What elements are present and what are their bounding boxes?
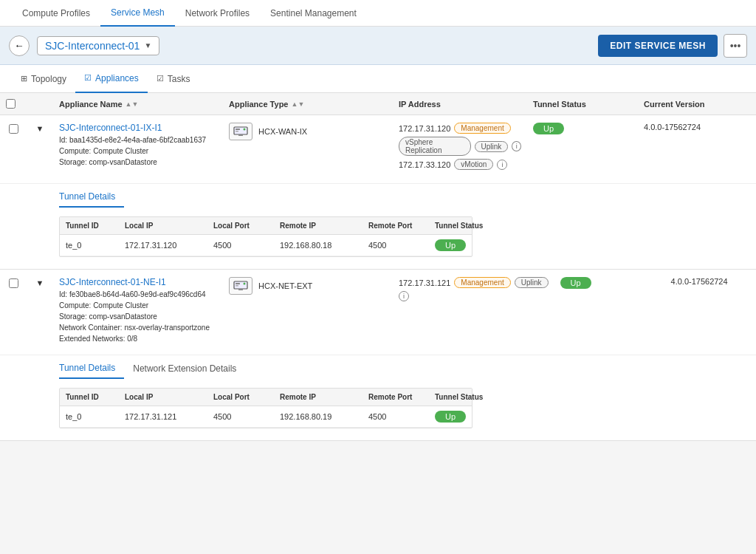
management-badge: Management bbox=[454, 277, 510, 288]
appliance-type-cell: HCX-WAN-IX bbox=[223, 123, 393, 140]
tunnel-col-local-port: Local Port bbox=[207, 217, 274, 234]
row-main: ▼ SJC-Interconnect-01-NE-I1 Id: fe30bae8… bbox=[0, 270, 756, 352]
tunnel-details: Tunnel ID Local IP Local Port Remote IP … bbox=[0, 208, 756, 269]
tunnel-col-remote-ip: Remote IP bbox=[274, 389, 362, 406]
tunnel-status: Up bbox=[429, 235, 510, 256]
sub-nav-item-appliances[interactable]: ☑Appliances bbox=[75, 65, 148, 93]
appliance-type-cell: HCX-NET-EXT bbox=[223, 277, 393, 295]
tunnel-col-local-port: Local Port bbox=[207, 389, 274, 406]
uplink-badge: Uplink bbox=[475, 141, 509, 152]
appliance-meta: Id: baa1435d-e8e2-4e4a-afae-6bf2caab1637… bbox=[59, 134, 217, 168]
status-badge: Up bbox=[533, 123, 564, 134]
row-checkbox[interactable] bbox=[9, 278, 18, 288]
ip-cell: 172.17.31.120 Management vSphere Replica… bbox=[393, 123, 527, 173]
col-tunnel-status: Tunnel Status bbox=[527, 100, 638, 109]
col-appliance-type: Appliance Type ▲▼ bbox=[223, 100, 393, 109]
col-appliance-name: Appliance Name ▲▼ bbox=[53, 100, 223, 109]
mesh-name-dropdown[interactable]: SJC-Interconnect-01 ▼ bbox=[37, 36, 159, 55]
status-badge: Up bbox=[560, 277, 591, 289]
svg-rect-6 bbox=[236, 283, 240, 284]
tunnel-id: te_0 bbox=[60, 408, 119, 425]
appliance-meta: Id: fe30bae8-b64d-4a60-9e9d-eaf9c496cd64… bbox=[59, 289, 217, 344]
sub-nav-item-tasks[interactable]: ☑Tasks bbox=[148, 65, 199, 93]
appliance-row: ▼ SJC-Interconnect-01-IX-I1 Id: baa1435d… bbox=[0, 115, 756, 270]
chevron-down-icon: ▼ bbox=[144, 41, 151, 49]
tab-tunnel-details[interactable]: Tunnel Details bbox=[59, 358, 124, 379]
tunnel-remote-ip: 192.168.80.18 bbox=[274, 236, 362, 254]
version-cell: 4.0.0-17562724 bbox=[638, 123, 756, 131]
appliance-type-label: HCX-NET-EXT bbox=[258, 281, 312, 290]
info-icon[interactable]: i bbox=[399, 291, 409, 301]
svg-rect-7 bbox=[236, 285, 238, 287]
tunnel-table: Tunnel ID Local IP Local Port Remote IP … bbox=[59, 216, 472, 257]
status-badge: Up bbox=[435, 411, 466, 423]
sub-nav: ⊞Topology☑Appliances☑Tasks bbox=[0, 65, 756, 93]
header-bar: ← SJC-Interconnect-01 ▼ EDIT SERVICE MES… bbox=[0, 27, 756, 65]
main-content: Appliance Name ▲▼ Appliance Type ▲▼ IP A… bbox=[0, 93, 756, 441]
col-ip-address: IP Address bbox=[393, 100, 527, 109]
appliance-row: ▼ SJC-Interconnect-01-NE-I1 Id: fe30bae8… bbox=[0, 270, 756, 441]
tunnel-remote-ip: 192.168.80.19 bbox=[274, 408, 362, 425]
tunnel-details: Tunnel ID Local IP Local Port Remote IP … bbox=[0, 379, 756, 440]
back-button[interactable]: ← bbox=[9, 35, 30, 56]
tab-tunnel-details[interactable]: Tunnel Details bbox=[59, 187, 124, 208]
tunnel-remote-port: 4500 bbox=[362, 408, 429, 425]
ip-address: 172.17.31.121 bbox=[399, 278, 450, 287]
appliance-name[interactable]: SJC-Interconnect-01-NE-I1 bbox=[59, 277, 217, 287]
top-nav-item-network-profiles[interactable]: Network Profiles bbox=[175, 0, 260, 27]
tunnel-local-port: 4500 bbox=[207, 236, 274, 254]
top-nav-item-sentinel-management[interactable]: Sentinel Management bbox=[260, 0, 367, 27]
top-nav-item-compute-profiles[interactable]: Compute Profiles bbox=[12, 0, 100, 27]
appliance-info: SJC-Interconnect-01-IX-I1 Id: baa1435d-e… bbox=[53, 123, 223, 168]
ip-cell: 172.17.31.121 Management Uplink i bbox=[393, 277, 554, 304]
svg-point-8 bbox=[244, 283, 246, 285]
select-all-checkbox[interactable] bbox=[6, 99, 16, 109]
svg-rect-1 bbox=[236, 129, 240, 130]
row-checkbox[interactable] bbox=[9, 124, 18, 134]
svg-rect-4 bbox=[238, 134, 243, 136]
svg-point-3 bbox=[244, 129, 246, 131]
appliance-name[interactable]: SJC-Interconnect-01-IX-I1 bbox=[59, 123, 217, 133]
tunnel-col-local-ip: Local IP bbox=[119, 389, 207, 406]
appliance-info: SJC-Interconnect-01-NE-I1 Id: fe30bae8-b… bbox=[53, 277, 223, 344]
info-icon[interactable]: i bbox=[512, 141, 521, 151]
appliance-type-icon bbox=[229, 277, 252, 295]
more-options-button[interactable]: ••• bbox=[724, 34, 747, 58]
tunnel-thead: Tunnel ID Local IP Local Port Remote IP … bbox=[60, 389, 472, 406]
tunnel-status-cell: Up bbox=[554, 277, 665, 289]
top-nav-item-service-mesh[interactable]: Service Mesh bbox=[100, 0, 175, 27]
ip-address-2: 172.17.33.120 bbox=[399, 160, 450, 169]
tunnel-status-cell: Up bbox=[527, 123, 638, 134]
appliance-type-label: HCX-WAN-IX bbox=[258, 127, 307, 136]
tunnel-col-status: Tunnel Status bbox=[429, 389, 510, 406]
tunnel-col-local-ip: Local IP bbox=[119, 217, 207, 234]
status-badge: Up bbox=[435, 239, 466, 251]
info-icon-2[interactable]: i bbox=[497, 160, 507, 170]
uplink-badge: Uplink bbox=[515, 277, 549, 288]
vsphere-badge: vSphere Replication bbox=[399, 137, 471, 156]
sort-icon: ▲▼ bbox=[126, 100, 139, 108]
edit-service-mesh-button[interactable]: EDIT SERVICE MESH bbox=[598, 35, 718, 57]
svg-rect-9 bbox=[238, 289, 243, 290]
top-nav: Compute ProfilesService MeshNetwork Prof… bbox=[0, 0, 756, 27]
col-current-version: Current Version bbox=[638, 100, 756, 109]
mesh-name-label: SJC-Interconnect-01 bbox=[45, 40, 140, 52]
row-expand[interactable]: ▼ bbox=[27, 277, 53, 287]
tab-network-extension-details[interactable]: Network Extension Details bbox=[124, 359, 245, 378]
version-cell: 4.0.0-17562724 bbox=[665, 277, 756, 286]
tunnel-local-port: 4500 bbox=[207, 408, 274, 425]
tunnel-thead: Tunnel ID Local IP Local Port Remote IP … bbox=[60, 217, 472, 235]
tunnel-col-remote-ip: Remote IP bbox=[274, 217, 362, 234]
tunnel-id: te_0 bbox=[60, 236, 119, 254]
sub-nav-item-topology[interactable]: ⊞Topology bbox=[12, 65, 75, 93]
tunnel-col-remote-port: Remote Port bbox=[362, 389, 429, 406]
tunnel-row: te_0 172.17.31.121 4500 192.168.80.19 45… bbox=[60, 406, 472, 428]
row-checkbox-cell bbox=[0, 277, 27, 288]
row-expand[interactable]: ▼ bbox=[27, 123, 53, 133]
vmotion-badge: vMotion bbox=[454, 159, 493, 170]
tunnel-row: te_0 172.17.31.120 4500 192.168.80.18 45… bbox=[60, 235, 472, 256]
sort-icon: ▲▼ bbox=[291, 100, 304, 108]
management-badge: Management bbox=[454, 123, 510, 134]
tunnel-col-id: Tunnel ID bbox=[60, 389, 119, 406]
row-main: ▼ SJC-Interconnect-01-IX-I1 Id: baa1435d… bbox=[0, 115, 756, 180]
